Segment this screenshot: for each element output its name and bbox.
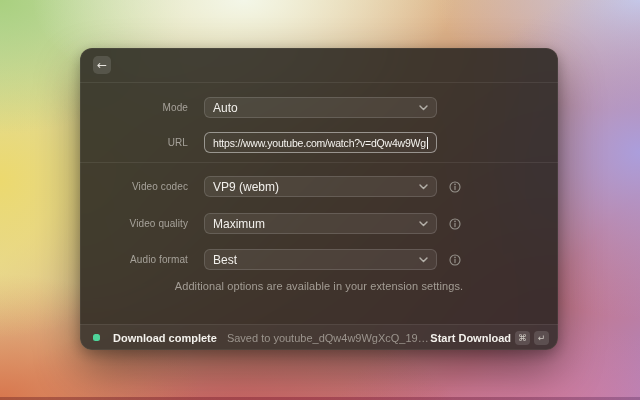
window-header: ← [80, 48, 558, 83]
chevron-down-icon [419, 105, 428, 111]
start-download-button[interactable]: Start Download ⌘ ↵ [430, 331, 549, 345]
text-caret [427, 137, 428, 149]
command-key-icon: ⌘ [515, 331, 530, 345]
status-text: Download complete [113, 332, 217, 344]
chevron-down-icon [419, 257, 428, 263]
mode-row: Mode Auto [80, 97, 558, 118]
video-codec-value: VP9 (webm) [213, 180, 279, 194]
video-codec-label: Video codec [80, 181, 188, 192]
info-icon[interactable] [449, 254, 461, 266]
url-value: https://www.youtube.com/watch?v=dQw4w9Wg… [213, 137, 426, 149]
audio-format-dropdown[interactable]: Best [204, 249, 437, 270]
chevron-down-icon [419, 184, 428, 190]
info-icon[interactable] [449, 181, 461, 193]
mode-label: Mode [80, 102, 188, 113]
desktop-background: ← Mode Auto URL https://www.youtube.com/… [0, 0, 640, 400]
mode-value: Auto [213, 101, 238, 115]
audio-format-row: Audio format Best [80, 249, 558, 270]
audio-format-value: Best [213, 253, 237, 267]
url-row: URL https://www.youtube.com/watch?v=dQw4… [80, 132, 558, 153]
url-label: URL [80, 137, 188, 148]
video-codec-dropdown[interactable]: VP9 (webm) [204, 176, 437, 197]
settings-note: Additional options are available in your… [80, 280, 558, 292]
video-quality-value: Maximum [213, 217, 265, 231]
start-download-label: Start Download [430, 332, 511, 344]
chevron-down-icon [419, 221, 428, 227]
video-quality-dropdown[interactable]: Maximum [204, 213, 437, 234]
mode-dropdown[interactable]: Auto [204, 97, 437, 118]
video-quality-row: Video quality Maximum [80, 213, 558, 234]
action-bar: Download complete Saved to youtube_dQw4w… [80, 324, 558, 350]
arrow-left-icon: ← [97, 59, 107, 71]
return-key-icon: ↵ [534, 331, 549, 345]
status-detail: Saved to youtube_dQw4w9WgXcQ_1920×1080_v… [227, 332, 430, 344]
audio-format-label: Audio format [80, 254, 188, 265]
url-input[interactable]: https://www.youtube.com/watch?v=dQw4w9Wg… [204, 132, 437, 153]
back-button[interactable]: ← [93, 56, 111, 74]
info-icon[interactable] [449, 218, 461, 230]
video-codec-row: Video codec VP9 (webm) [80, 176, 558, 197]
download-form: Mode Auto URL https://www.youtube.com/wa… [80, 83, 558, 323]
section-divider [80, 162, 558, 163]
downloader-window: ← Mode Auto URL https://www.youtube.com/… [80, 48, 558, 350]
status-indicator-dot [93, 334, 100, 341]
video-quality-label: Video quality [80, 218, 188, 229]
